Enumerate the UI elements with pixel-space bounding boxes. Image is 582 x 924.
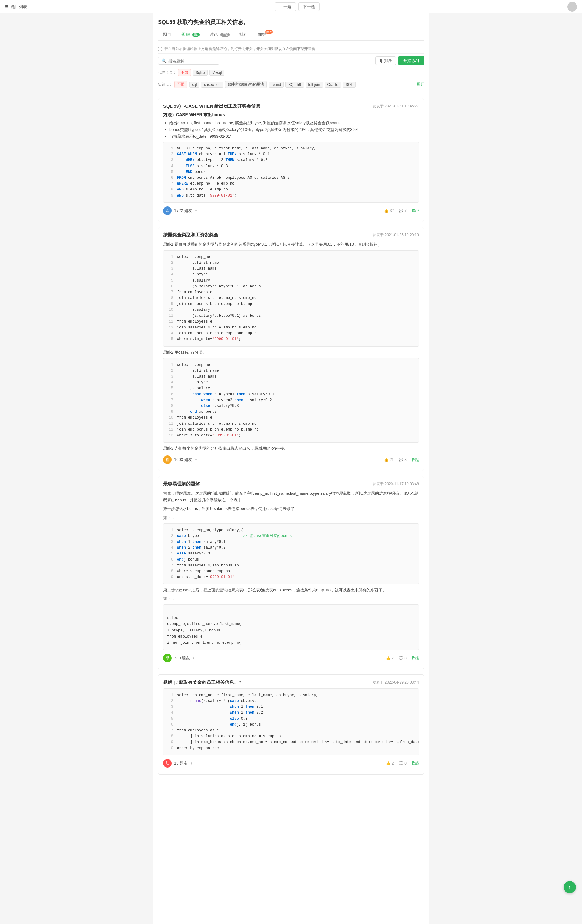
solution-1: SQL 59）-CASE WHEN 给出员工及其奖金信息 发表于 2021-01… <box>158 98 424 222</box>
solution-2-header: 按照奖金类型和工资发奖金 发表于 2021-01-25 19:29:19 <box>163 232 419 238</box>
knowledge-tag-casewhen[interactable]: casewhen <box>201 82 223 88</box>
reply-button-4[interactable]: 收起 <box>412 761 419 766</box>
solution-1-actions: 👍 32 💬 7 收起 <box>384 208 419 213</box>
tab-solutions[interactable]: 题解 86 <box>176 30 204 40</box>
knowledge-tag-leftjoin[interactable]: left join <box>306 82 323 88</box>
knowledge-tag-round[interactable]: round <box>269 82 284 88</box>
comment-button-1[interactable]: 💬 7 <box>399 208 407 213</box>
next-button[interactable]: 下一题 <box>298 2 320 11</box>
hint-checkbox[interactable] <box>158 47 162 51</box>
comment-button-2[interactable]: 💬 3 <box>399 457 407 462</box>
thought2: 思路2:用case进行分类。 <box>163 349 419 356</box>
scroll-top-button[interactable]: ↑ <box>564 881 576 893</box>
tab-review[interactable]: 面经 new <box>253 30 271 40</box>
solution-2-actions: 👍 21 💬 3 收起 <box>384 457 419 462</box>
search-icon: 🔍 <box>161 58 167 63</box>
step1-note: 如下： <box>163 514 419 521</box>
code-lang-sqlite[interactable]: Sqlite <box>193 69 208 76</box>
like-button-2[interactable]: 👍 21 <box>384 457 394 462</box>
solution-3-code: 1select s.emp_no,btype,salary,( 2case bt… <box>163 523 419 584</box>
code-line: 8AND s.emp_no = e.emp_no <box>167 187 415 193</box>
knowledge-tag-sql59[interactable]: SQL-59 <box>285 82 303 88</box>
step1-title: 第一步怎么求bonus，当要用salaries表连接bonus表，使用case语… <box>163 505 419 512</box>
reply-button-1[interactable]: 收起 <box>412 208 419 213</box>
like-button-1[interactable]: 👍 32 <box>384 208 394 213</box>
code-line: 1SELECT e.emp_no, e.first_name, e.last_n… <box>167 146 415 152</box>
nav-center: 上一题 下一题 <box>275 2 320 11</box>
hint-bar: 若在当前右侧编辑器上方适看题解评论，则打开此开关，开关关闭则默认在左侧面下架开着… <box>158 45 424 54</box>
code-line: 7WHERE eb.emp_no = e.emp_no <box>167 181 415 187</box>
start-practice-button[interactable]: 开始练习 <box>398 56 424 65</box>
discuss-badge: 270 <box>221 33 230 37</box>
comment-button-3[interactable]: 💬 3 <box>399 656 407 660</box>
nav-right <box>567 2 577 12</box>
solution-4-date: 发表于 2022-04-29 20:08:44 <box>373 680 419 685</box>
user-avatar[interactable] <box>567 2 577 12</box>
code-lang-mysql[interactable]: Mysql <box>209 69 224 76</box>
knowledge-not[interactable]: 不限 <box>175 81 187 88</box>
code-lang-not[interactable]: 不限 <box>178 69 191 76</box>
top-nav: ☰ 题目列表 上一题 下一题 <box>0 0 582 13</box>
tab-discuss[interactable]: 讨论 270 <box>204 30 234 40</box>
knowledge-label: 知识点： <box>158 82 173 87</box>
solution-1-header: SQL 59）-CASE WHEN 给出员工及其奖金信息 发表于 2021-01… <box>163 103 419 109</box>
thought1: 思路1:题目可以看到奖金类型与奖金比例的关系是btype*0.1，所以可以直接计… <box>163 241 419 248</box>
hint-text: 若在当前右侧编辑器上方适看题解评论，则打开此开关，开关关闭则默认在左侧面下架开着… <box>164 46 315 51</box>
step2-title: 第二步求出case之后，把上面的查询结果为表l，那么表l连接表employees… <box>163 587 419 593</box>
like-button-4[interactable]: 👍 2 <box>386 761 394 766</box>
list-icon: ☰ <box>5 4 8 9</box>
search-sort-row: 🔍 ⇅ 排序 开始练习 <box>158 56 424 65</box>
tabs-bar: 题目 题解 86 讨论 270 排行 面经 new <box>158 30 424 41</box>
tab-problem[interactable]: 题目 <box>158 30 176 40</box>
search-input[interactable] <box>168 59 216 63</box>
search-box: 🔍 <box>158 57 219 65</box>
solution-3-author-row: 绿 759 题友 ♀ 👍 7 💬 3 收起 <box>163 654 419 662</box>
back-label: 题目列表 <box>11 4 27 10</box>
comment-button-4[interactable]: 💬 0 <box>399 761 407 766</box>
prev-button[interactable]: 上一题 <box>275 2 296 11</box>
bullet-3: 当前薪水表示to_date='9999-01-01' <box>169 134 419 139</box>
solution-3-date: 发表于 2020-11-17 10:03:48 <box>373 482 419 487</box>
main-page: SQL59 获取有奖金的员工相关信息。 题目 题解 86 讨论 270 排行 面… <box>153 13 429 924</box>
knowledge-row: 知识点： 不限 sql casewhen sq中的case when用法 rou… <box>158 81 424 88</box>
reply-button-3[interactable]: 收起 <box>412 655 419 660</box>
solution-2-code1: 1select e.emp_no 2 ,e.first_name 3 ,e.la… <box>163 250 419 346</box>
solution-1-tag: ♀ <box>195 208 198 213</box>
solution-1-avatar: 蓝 <box>163 206 172 215</box>
solution-1-title: SQL 59）-CASE WHEN 给出员工及其奖金信息 <box>163 103 260 109</box>
solution-2-tag: ♀ <box>195 457 198 462</box>
like-button-3[interactable]: 👍 7 <box>386 656 394 660</box>
solution-1-bullets: 给出emp_no, first_name, last_name, 奖金类型bty… <box>163 120 419 139</box>
page-title: SQL59 获取有奖金的员工相关信息。 <box>158 18 424 26</box>
sort-button[interactable]: ⇅ 排序 <box>375 56 396 65</box>
code-lang-label: 代码语言： <box>158 70 176 75</box>
solution-4-author-row: 红 13 题友 ♀ 👍 2 💬 0 收起 <box>163 759 419 767</box>
solution-3-avatar: 绿 <box>163 654 172 662</box>
solution-2: 按照奖金类型和工资发奖金 发表于 2021-01-25 19:29:19 思路1… <box>158 227 424 471</box>
solution-3: 最容易理解的题解 发表于 2020-11-17 10:03:48 首先，理解题意… <box>158 476 424 670</box>
solution-2-author: 1003 题友 <box>174 457 192 462</box>
new-badge: new <box>265 30 273 34</box>
solution-3-author: 759 题友 <box>174 655 190 661</box>
solution-2-avatar: 橙 <box>163 455 172 464</box>
knowledge-tag-sql[interactable]: sql <box>189 82 199 88</box>
solution-2-title: 按照奖金类型和工资发奖金 <box>163 232 218 238</box>
solution-1-author: 1722 题友 <box>174 208 192 213</box>
knowledge-tag-oracle[interactable]: Oracle <box>325 82 341 88</box>
sort-icon: ⇅ <box>379 59 383 63</box>
see-all-tags[interactable]: 展开 <box>417 82 424 87</box>
back-to-list[interactable]: ☰ 题目列表 <box>5 4 27 10</box>
knowledge-tag-sql2[interactable]: SQL <box>343 82 356 88</box>
bullet-1: 给出emp_no, first_name, last_name, 奖金类型bty… <box>169 120 419 126</box>
tab-rank[interactable]: 排行 <box>234 30 253 40</box>
solution-4-actions: 👍 2 💬 0 收起 <box>386 761 419 766</box>
solution-3-tag: ♀ <box>192 656 195 660</box>
reply-button-2[interactable]: 收起 <box>412 457 419 462</box>
solution-2-author-row: 橙 1003 题友 ♀ 👍 21 💬 3 收起 <box>163 455 419 464</box>
code-line: 4 ELSE s.salary * 0.3 <box>167 163 415 169</box>
knowledge-tag-casewhenfull[interactable]: sq中的case when用法 <box>225 81 267 88</box>
solution-1-code: 1SELECT e.emp_no, e.first_name, e.last_n… <box>163 142 419 203</box>
solution-1-author-row: 蓝 1722 题友 ♀ 👍 32 💬 7 收起 <box>163 206 419 215</box>
solutions-badge: 86 <box>192 33 199 37</box>
code-line: 3 WHEN eb.btype = 2 THEN s.salary * 0.2 <box>167 157 415 163</box>
